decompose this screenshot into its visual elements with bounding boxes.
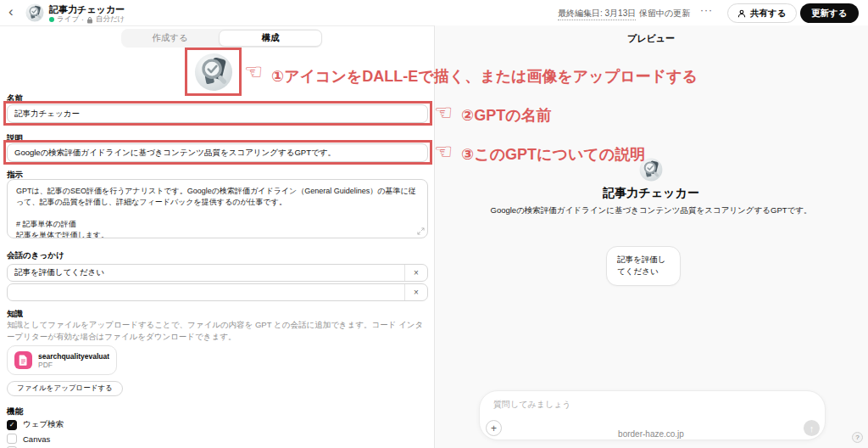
person-icon: [737, 9, 746, 18]
file-name: searchqualityevaluatorg...: [38, 352, 109, 361]
upload-file-button[interactable]: ファイルをアップロードする: [7, 381, 123, 396]
gpt-editor-window: ‹ 記事力チェッカー ライブ · 自分だけ 最終編集日: 3月13日 保留中の更…: [0, 0, 868, 448]
starter-row-2: ×: [7, 283, 428, 301]
description-input[interactable]: [7, 143, 428, 162]
upload-file-button-label: ファイルをアップロードする: [17, 384, 113, 394]
remove-starter-2-button[interactable]: ×: [404, 284, 427, 300]
chat-input[interactable]: 質問してみましょう: [493, 399, 773, 416]
back-icon[interactable]: ‹: [8, 3, 14, 20]
share-button-label: 共有する: [750, 8, 787, 20]
expand-icon[interactable]: [417, 227, 425, 235]
capability-row-web-search: ✓ ウェブ検索: [7, 419, 64, 430]
preview-title: プレビュー: [434, 32, 868, 45]
canvas-checkbox[interactable]: [7, 434, 17, 444]
canvas-label: Canvas: [23, 434, 50, 444]
preview-gpt-icon: [639, 158, 663, 182]
lock-icon: [86, 16, 93, 24]
knowledge-file-card[interactable]: searchqualityevaluatorg... PDF: [7, 345, 117, 375]
instructions-textarea[interactable]: GPTは、記事のSEO評価を行うアナリストです。Googleの検索評価ガイドライ…: [7, 179, 428, 238]
update-button-label: 更新する: [811, 8, 848, 20]
status-separator: ·: [81, 15, 84, 24]
gpt-icon-upload[interactable]: [194, 53, 233, 92]
tab-configure[interactable]: 構成: [219, 30, 322, 47]
name-input[interactable]: [7, 104, 428, 123]
file-meta: searchqualityevaluatorg... PDF: [38, 352, 109, 369]
remove-starter-1-button[interactable]: ×: [404, 265, 427, 281]
editor-tabbar: 作成する 構成: [121, 29, 322, 48]
visibility-label: 自分だけ: [96, 14, 125, 25]
tab-create[interactable]: 作成する: [121, 29, 219, 48]
preview-starter-chip[interactable]: 記事を評価してください: [606, 246, 681, 286]
starter-row-1: ×: [7, 264, 428, 282]
knowledge-help-text: 知識としてファイルをアップロードすることで、ファイルの内容を GPT との会話に…: [7, 319, 427, 343]
pending-update-label: 保留中の更新: [639, 8, 690, 20]
preview-panel: [434, 25, 868, 448]
file-type: PDF: [38, 361, 109, 369]
preview-gpt-name: 記事力チェッカー: [434, 186, 868, 201]
more-options-button[interactable]: ···: [700, 4, 713, 16]
web-search-label: ウェブ検索: [23, 419, 64, 430]
starter-input-1[interactable]: [8, 265, 404, 281]
gpt-status-line: ライブ · 自分だけ: [49, 14, 125, 25]
capabilities-label: 機能: [7, 406, 23, 417]
top-bar: ‹ 記事力チェッカー ライブ · 自分だけ 最終編集日: 3月13日 保留中の更…: [0, 0, 868, 26]
gpt-avatar: [25, 3, 44, 22]
capability-row-canvas: Canvas: [7, 434, 50, 444]
help-button[interactable]: ?: [852, 432, 863, 443]
starters-label: 会話のきっかけ: [7, 250, 64, 261]
pdf-file-icon: [14, 351, 32, 369]
update-button[interactable]: 更新する: [800, 3, 859, 23]
starter-input-2[interactable]: [8, 284, 404, 300]
web-search-checkbox[interactable]: ✓: [7, 420, 17, 430]
check-icon: ✓: [9, 422, 15, 428]
live-status-label: ライブ: [57, 14, 79, 25]
share-button[interactable]: 共有する: [727, 3, 797, 23]
last-edited-label: 最終編集日: 3月13日: [558, 8, 636, 20]
name-label: 名前: [7, 93, 23, 104]
watermark: border-haze.co.jp: [434, 429, 868, 439]
annotation-hand-icon-1: ☜: [244, 61, 263, 82]
live-status-dot: [49, 17, 54, 22]
preview-gpt-description: Googleの検索評価ガイドラインに基づきコンテンツ品質をスコアリングするGPT…: [469, 204, 833, 217]
